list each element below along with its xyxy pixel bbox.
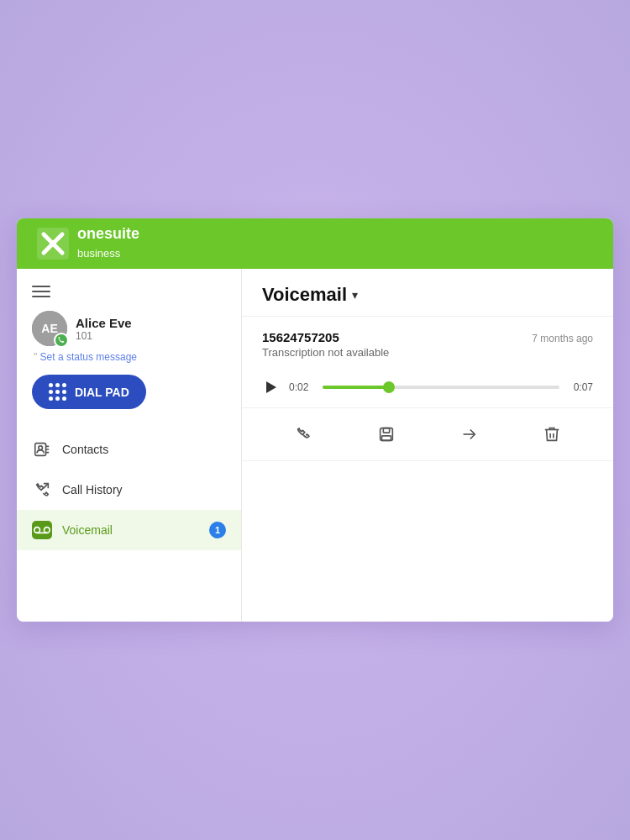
avatar-online-badge bbox=[54, 333, 69, 348]
save-icon bbox=[377, 425, 396, 444]
forward-icon bbox=[459, 425, 478, 444]
play-button[interactable] bbox=[262, 379, 279, 396]
hamburger-line-3 bbox=[32, 296, 50, 297]
audio-player: 0:02 0:07 bbox=[242, 370, 613, 404]
svg-rect-14 bbox=[383, 428, 389, 433]
voicemail-label: Voicemail bbox=[62, 523, 113, 537]
hamburger-line-2 bbox=[32, 291, 50, 292]
call-history-icon bbox=[32, 480, 52, 500]
svg-point-10 bbox=[45, 528, 50, 533]
nav-items: Contacts Call History bbox=[17, 423, 241, 557]
user-details: Alice Eve 101 bbox=[76, 316, 132, 342]
progress-thumb[interactable] bbox=[383, 381, 395, 393]
status-message[interactable]: Set a status message bbox=[32, 351, 226, 363]
dial-pad-dots-icon bbox=[49, 383, 66, 401]
dial-pad-label: DIAL PAD bbox=[75, 386, 129, 399]
voicemail-badge: 1 bbox=[209, 522, 226, 538]
progress-fill bbox=[323, 386, 389, 389]
sidebar-item-voicemail[interactable]: Voicemail 1 bbox=[17, 510, 241, 550]
call-back-button[interactable] bbox=[289, 420, 318, 449]
panel-header: Voicemail ▾ bbox=[242, 269, 613, 317]
dropdown-arrow-icon[interactable]: ▾ bbox=[352, 288, 358, 302]
app-window: onesuite business AE bbox=[17, 218, 613, 622]
phone-badge-icon bbox=[57, 336, 66, 344]
panel-title: Voicemail bbox=[262, 284, 347, 306]
contacts-label: Contacts bbox=[62, 443, 108, 456]
action-row bbox=[242, 407, 613, 461]
main-content: AE Alice Eve 101 Set a status message bbox=[17, 269, 613, 622]
right-panel: Voicemail ▾ 15624757205 7 months ago Tra… bbox=[242, 269, 613, 622]
vm-transcript: Transcription not available bbox=[262, 346, 593, 359]
play-icon bbox=[262, 379, 279, 396]
svg-point-3 bbox=[50, 240, 56, 247]
audio-progress-bar[interactable] bbox=[323, 386, 559, 389]
logo-icon bbox=[37, 228, 69, 260]
dial-pad-button[interactable]: DIAL PAD bbox=[32, 375, 146, 409]
sidebar-item-call-history[interactable]: Call History bbox=[17, 470, 241, 510]
delete-button[interactable] bbox=[538, 420, 566, 449]
svg-point-8 bbox=[39, 446, 43, 450]
sidebar: AE Alice Eve 101 Set a status message bbox=[17, 269, 242, 622]
svg-rect-15 bbox=[381, 436, 391, 441]
hamburger-line-1 bbox=[32, 286, 50, 287]
vm-phone-number: 15624757205 bbox=[262, 330, 339, 344]
sidebar-top: AE Alice Eve 101 Set a status message bbox=[17, 269, 241, 423]
user-extension: 101 bbox=[76, 330, 132, 342]
call-history-label: Call History bbox=[62, 483, 123, 496]
voicemail-entry: 15624757205 7 months ago Transcription n… bbox=[242, 317, 613, 370]
logo: onesuite business bbox=[37, 225, 139, 261]
hamburger-button[interactable] bbox=[32, 282, 52, 301]
vm-time-ago: 7 months ago bbox=[532, 333, 593, 344]
sidebar-item-contacts[interactable]: Contacts bbox=[17, 429, 241, 470]
phone-icon bbox=[294, 425, 312, 444]
avatar: AE bbox=[32, 311, 67, 346]
current-time: 0:02 bbox=[289, 381, 312, 393]
logo-text: onesuite business bbox=[77, 225, 139, 261]
forward-button[interactable] bbox=[454, 420, 483, 449]
user-name: Alice Eve bbox=[76, 316, 132, 330]
svg-marker-12 bbox=[266, 381, 276, 393]
vm-top-row: 15624757205 7 months ago bbox=[262, 330, 593, 344]
header: onesuite business bbox=[17, 218, 613, 269]
total-time: 0:07 bbox=[570, 381, 593, 393]
save-button[interactable] bbox=[372, 420, 401, 449]
svg-point-9 bbox=[34, 528, 40, 533]
logo-subtitle: business bbox=[77, 247, 120, 260]
trash-icon bbox=[543, 425, 561, 444]
user-info: AE Alice Eve 101 bbox=[32, 311, 226, 346]
voicemail-icon bbox=[32, 520, 52, 540]
voicemail-icon-box bbox=[32, 521, 52, 539]
logo-title: onesuite bbox=[77, 225, 139, 242]
contacts-icon bbox=[32, 439, 52, 459]
